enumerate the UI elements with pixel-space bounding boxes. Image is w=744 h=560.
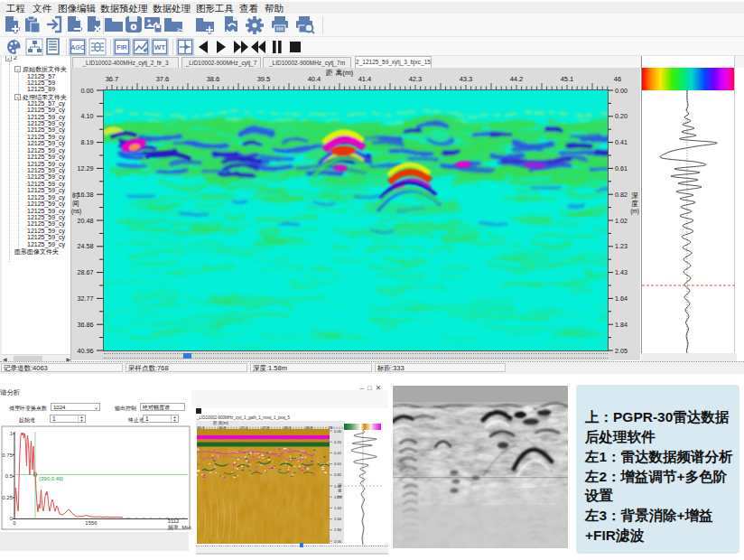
svg-text:43.3: 43.3 [460,75,473,83]
svg-text:深: 深 [338,483,342,488]
svg-text:45.1: 45.1 [561,75,574,83]
svg-text:距 离(m): 距 离(m) [326,69,354,77]
svg-text:40.4: 40.4 [308,75,321,83]
svg-text:1.84: 1.84 [615,321,628,329]
svg-text:46: 46 [614,75,621,83]
svg-text:0.75: 0.75 [2,453,13,458]
svg-text:1.64: 1.64 [334,517,342,521]
svg-text:28.67: 28.67 [78,268,94,276]
svg-text:0.61: 0.61 [334,462,342,466]
svg-text:度: 度 [338,489,342,493]
svg-text:4.10: 4.10 [81,112,94,120]
svg-text:(m): (m) [337,494,343,499]
svg-text:40.96: 40.96 [78,347,94,355]
svg-text:1.43: 1.43 [334,506,342,510]
svg-text:8.19: 8.19 [81,138,94,146]
svg-text:1.02: 1.02 [615,217,628,225]
svg-text:0.00: 0.00 [334,429,342,434]
svg-text:41.4: 41.4 [358,75,372,83]
svg-text:44.2: 44.2 [510,75,524,83]
svg-text:0.00: 0.00 [615,87,628,95]
svg-text:20.48: 20.48 [78,217,94,225]
svg-text:1.64: 1.64 [615,294,628,303]
svg-text:0.20: 0.20 [334,440,342,444]
svg-text:36.86: 36.86 [78,321,94,329]
svg-text:✂: ✂ [177,25,184,34]
svg-text:0.5: 0.5 [5,473,14,479]
svg-text:0.41: 0.41 [615,138,628,146]
svg-text:FIR: FIR [116,44,126,51]
svg-text:0.20: 0.20 [615,112,628,120]
svg-text:38.6: 38.6 [207,75,220,83]
svg-text:0.00: 0.00 [81,87,94,95]
svg-text:12.29: 12.29 [78,164,94,173]
svg-text:WT: WT [154,43,166,51]
svg-text:36.7: 36.7 [106,75,119,83]
svg-text:24.58: 24.58 [78,242,94,250]
svg-text:37.6: 37.6 [156,75,170,83]
svg-text:0.25: 0.25 [2,495,13,500]
svg-text:2.05: 2.05 [334,539,342,544]
svg-text:3112: 3112 [168,518,181,524]
svg-text:1.84: 1.84 [334,527,342,532]
svg-text:2.05: 2.05 [615,347,628,355]
svg-text:0.41: 0.41 [334,451,342,455]
svg-text:42.3: 42.3 [409,75,423,83]
svg-text:0.82: 0.82 [334,472,342,477]
svg-text:_LID10002-900MHz_cytj_1_gath_1: _LID10002-900MHz_cytj_1_gath_1_mxsj_1_px… [196,415,291,420]
svg-text:32.77: 32.77 [78,294,94,303]
svg-text:0.61: 0.61 [615,164,628,173]
svg-text:1.23: 1.23 [615,242,628,250]
svg-text:0.82: 0.82 [615,191,628,199]
svg-text:1556: 1556 [85,520,98,526]
svg-text:频率, MHz: 频率, MHz [167,524,191,530]
svg-text:1.43: 1.43 [615,268,628,276]
svg-text:AGC: AGC [70,44,85,51]
svg-text:(390,0.49): (390,0.49) [39,476,63,481]
svg-text:39.5: 39.5 [257,75,271,83]
